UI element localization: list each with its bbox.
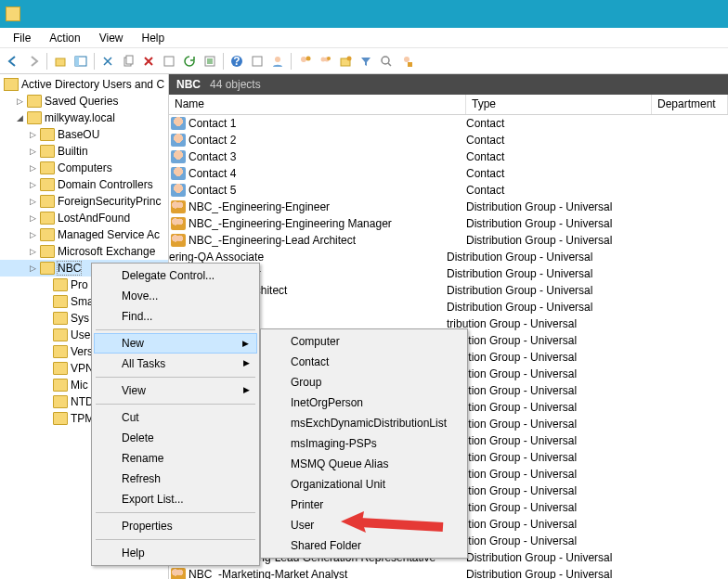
col-dept[interactable]: Department bbox=[652, 95, 728, 114]
pathbar: NBC 44 objects bbox=[169, 74, 728, 95]
ctx-properties[interactable]: Properties bbox=[94, 516, 257, 536]
new-group[interactable]: Group bbox=[263, 372, 465, 392]
expand-icon[interactable]: ▷ bbox=[28, 264, 38, 274]
filter-button[interactable] bbox=[357, 52, 375, 71]
new-shared-folder[interactable]: Shared Folder bbox=[263, 535, 465, 556]
list-row[interactable]: Contact 2Contact bbox=[169, 132, 728, 148]
menu-view[interactable]: View bbox=[90, 30, 133, 46]
find-button[interactable] bbox=[248, 52, 266, 71]
contact-icon bbox=[171, 150, 186, 163]
tree-item-lostandfound[interactable]: ▷LostAndFound bbox=[0, 210, 168, 226]
ou-icon bbox=[40, 195, 55, 208]
ou-icon bbox=[40, 212, 55, 225]
titlebar bbox=[0, 0, 728, 28]
collapse-icon[interactable]: ◢ bbox=[15, 113, 25, 123]
menubar: File Action View Help bbox=[0, 28, 728, 48]
back-button[interactable] bbox=[4, 52, 22, 71]
ctx-refresh[interactable]: Refresh bbox=[94, 469, 257, 489]
app-icon bbox=[6, 6, 20, 21]
list-row[interactable]: Contact 4Contact bbox=[169, 165, 728, 182]
svg-point-19 bbox=[404, 57, 410, 62]
context-submenu-new[interactable]: ComputerContactGroupInetOrgPersonmsExchD… bbox=[260, 328, 468, 559]
expand-icon[interactable]: ▷ bbox=[28, 197, 38, 207]
cut-button[interactable] bbox=[98, 52, 117, 71]
refresh-button[interactable] bbox=[180, 52, 199, 71]
delete-button[interactable] bbox=[139, 52, 158, 71]
expand-icon[interactable]: ▷ bbox=[28, 163, 38, 174]
menu-action[interactable]: Action bbox=[40, 30, 89, 46]
new-printer[interactable]: Printer bbox=[263, 495, 465, 515]
path-title: NBC bbox=[176, 78, 201, 91]
tree-item-computers[interactable]: ▷Computers bbox=[0, 160, 168, 176]
tree-saved-queries[interactable]: ▷ Saved Queries bbox=[0, 93, 168, 109]
list-row[interactable]: Contact 5Contact bbox=[169, 182, 728, 199]
properties-button[interactable] bbox=[160, 52, 178, 71]
expand-icon[interactable]: ▷ bbox=[28, 180, 38, 190]
expand-icon[interactable]: ▷ bbox=[28, 213, 38, 224]
list-row[interactable]: NBC_-Marketing-Market AnalystDistributio… bbox=[169, 566, 728, 579]
list-row[interactable]: Contact 1Contact bbox=[169, 115, 728, 132]
ou-icon bbox=[40, 245, 55, 258]
ctx-help[interactable]: Help bbox=[94, 543, 257, 563]
svg-text:?: ? bbox=[233, 55, 240, 68]
ctx-new[interactable]: New▶ bbox=[94, 333, 257, 354]
tree-item-baseou[interactable]: ▷BaseOU bbox=[0, 126, 168, 143]
list-row[interactable]: NBC_-Engineering-EngineerDistribution Gr… bbox=[169, 199, 728, 215]
menu-help[interactable]: Help bbox=[133, 30, 175, 46]
ctx-move[interactable]: Move... bbox=[94, 286, 257, 306]
user-props-button[interactable] bbox=[397, 52, 416, 71]
search-button[interactable] bbox=[377, 52, 396, 71]
list-row[interactable]: NBC_-Engineering-Engineering ManagerDist… bbox=[169, 215, 728, 232]
new-organizational-unit[interactable]: Organizational Unit bbox=[263, 474, 465, 495]
tree-item-foreignsecurityprinc[interactable]: ▷ForeignSecurityPrinc bbox=[0, 193, 168, 210]
tree-item-managed-service-ac[interactable]: ▷Managed Service Ac bbox=[0, 226, 168, 243]
ctx-view[interactable]: View▶ bbox=[94, 380, 257, 401]
add-group-button[interactable] bbox=[316, 52, 334, 71]
new-contact[interactable]: Contact bbox=[263, 352, 465, 372]
contact-icon bbox=[171, 184, 186, 197]
tree-item-domain-controllers[interactable]: ▷Domain Controllers bbox=[0, 176, 168, 193]
new-msexchdynamicdistributionlist[interactable]: msExchDynamicDistributionList bbox=[263, 413, 465, 433]
menu-file[interactable]: File bbox=[4, 30, 40, 46]
ctx-find[interactable]: Find... bbox=[94, 306, 257, 327]
up-button[interactable] bbox=[51, 52, 70, 71]
expand-icon[interactable]: ▷ bbox=[28, 247, 38, 257]
ctx-alltasks[interactable]: All Tasks▶ bbox=[94, 354, 257, 374]
ctx-cut[interactable]: Cut bbox=[94, 407, 257, 428]
users-button[interactable] bbox=[268, 52, 287, 71]
ou-icon bbox=[53, 328, 68, 341]
list-row[interactable]: Contact 3Contact bbox=[169, 148, 728, 165]
tree-domain[interactable]: ◢ milkyway.local bbox=[0, 109, 168, 126]
ctx-delete[interactable]: Delete bbox=[94, 428, 257, 448]
expand-icon[interactable]: ▷ bbox=[28, 147, 38, 157]
new-msmq-queue-alias[interactable]: MSMQ Queue Alias bbox=[263, 454, 465, 474]
col-type[interactable]: Type bbox=[466, 95, 652, 114]
new-user[interactable]: User bbox=[263, 515, 465, 535]
expand-icon[interactable]: ▷ bbox=[28, 230, 38, 240]
show-hide-tree-button[interactable] bbox=[72, 52, 90, 71]
submenu-arrow-icon: ▶ bbox=[242, 339, 249, 348]
col-name[interactable]: Name bbox=[169, 95, 466, 114]
new-inetorgperson[interactable]: InetOrgPerson bbox=[263, 392, 465, 413]
add-ou-button[interactable] bbox=[336, 52, 355, 71]
ou-icon bbox=[53, 379, 68, 392]
context-menu[interactable]: Delegate Control... Move... Find... New▶… bbox=[91, 263, 260, 566]
tree-item-microsoft-exchange[interactable]: ▷Microsoft Exchange bbox=[0, 243, 168, 260]
group-icon bbox=[171, 200, 186, 213]
new-msimaging-psps[interactable]: msImaging-PSPs bbox=[263, 433, 465, 454]
new-computer[interactable]: Computer bbox=[263, 331, 465, 352]
list-row[interactable]: NBC_-Engineering-Lead ArchitectDistribut… bbox=[169, 232, 728, 249]
expand-icon[interactable]: ▷ bbox=[28, 130, 38, 140]
expand-icon[interactable]: ▷ bbox=[15, 96, 25, 107]
copy-button[interactable] bbox=[119, 52, 137, 71]
ctx-export[interactable]: Export List... bbox=[94, 489, 257, 509]
ctx-delegate[interactable]: Delegate Control... bbox=[94, 265, 257, 286]
ou-icon bbox=[40, 178, 55, 191]
forward-button[interactable] bbox=[24, 52, 43, 71]
tree-root[interactable]: Active Directory Users and C bbox=[0, 76, 168, 93]
tree-item-builtin[interactable]: ▷Builtin bbox=[0, 143, 168, 160]
add-user-button[interactable] bbox=[295, 52, 314, 71]
export-button[interactable] bbox=[201, 52, 219, 71]
ctx-rename[interactable]: Rename bbox=[94, 448, 257, 469]
help-button[interactable]: ? bbox=[228, 52, 246, 71]
